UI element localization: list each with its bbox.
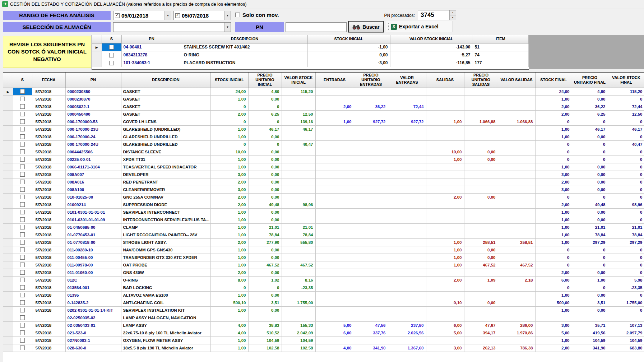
spin-up-button[interactable]: ▲ bbox=[450, 10, 456, 15]
row-select-checkbox[interactable] bbox=[20, 323, 25, 328]
spin-down-button[interactable]: ▼ bbox=[450, 15, 456, 20]
row-select-checkbox[interactable] bbox=[109, 45, 114, 50]
row-select-checkbox[interactable] bbox=[20, 119, 25, 124]
pn-input[interactable] bbox=[286, 22, 347, 32]
column-header[interactable]: SALIDAS bbox=[426, 73, 464, 88]
date-to-checkbox[interactable] bbox=[175, 13, 180, 18]
cell-pn: 000-170000-24 bbox=[65, 133, 121, 140]
cell-valor-entradas bbox=[388, 125, 426, 133]
column-header[interactable]: ENTRADAS bbox=[315, 73, 354, 88]
row-select-checkbox[interactable] bbox=[20, 202, 25, 207]
cell-precio-unitario-salidas: 394,17 bbox=[464, 329, 498, 337]
row-select-checkbox[interactable] bbox=[20, 187, 25, 192]
row-select-checkbox[interactable] bbox=[20, 210, 25, 214]
date-to-picker[interactable]: 05/07/2018 ▼ bbox=[173, 11, 231, 20]
row-select-checkbox[interactable] bbox=[20, 172, 25, 177]
cell-pn: 0066-01171-3104 bbox=[65, 163, 121, 171]
column-header[interactable]: STOCK INICIAL bbox=[307, 35, 390, 43]
cell-precio-unitario-entradas: 36,22 bbox=[354, 103, 388, 110]
column-header[interactable]: S bbox=[13, 73, 32, 88]
column-header[interactable]: S bbox=[102, 35, 121, 43]
select-cell bbox=[13, 254, 32, 261]
toolbar-grip[interactable] bbox=[388, 23, 389, 30]
row-select-checkbox[interactable] bbox=[20, 247, 25, 252]
row-select-checkbox[interactable] bbox=[20, 149, 25, 154]
cell-stock-inicial: 10,00 bbox=[210, 148, 248, 156]
column-header[interactable]: VALOR SALIDAS bbox=[498, 73, 535, 88]
row-select-checkbox[interactable] bbox=[109, 61, 114, 65]
column-header[interactable]: ITEM bbox=[473, 35, 528, 43]
row-select-checkbox[interactable] bbox=[20, 112, 25, 116]
row-select-checkbox[interactable] bbox=[20, 217, 25, 222]
column-header[interactable]: DESCRIPCION bbox=[182, 35, 307, 43]
column-header[interactable]: FECHA bbox=[32, 73, 65, 88]
row-select-checkbox[interactable] bbox=[20, 308, 25, 312]
column-header[interactable]: VALOR STOCK FINAL bbox=[608, 73, 644, 88]
select-cell bbox=[13, 329, 32, 337]
row-select-checkbox[interactable] bbox=[20, 345, 25, 350]
column-header[interactable]: STOCK FINAL bbox=[535, 73, 572, 88]
row-select-checkbox[interactable] bbox=[20, 97, 25, 101]
cell-stock-inicial: 2,00 bbox=[210, 193, 248, 201]
cell-precio-unitario-entradas bbox=[354, 110, 388, 118]
column-header[interactable]: VALOR ENTRADAS bbox=[388, 73, 426, 88]
row-select-checkbox[interactable] bbox=[20, 315, 25, 320]
column-header[interactable]: PRECIO UNITARIO ENTRADAS bbox=[354, 73, 388, 88]
row-select-checkbox[interactable] bbox=[20, 142, 25, 147]
cell-pn: 02-0250035-02 bbox=[65, 314, 121, 321]
row-select-checkbox[interactable] bbox=[20, 225, 25, 229]
row-select-checkbox[interactable] bbox=[20, 157, 25, 162]
cell-descripcion: TRANSPONDER GTX 330 ATC XPDER bbox=[121, 254, 210, 261]
export-excel-button[interactable]: X Exportar a Excel bbox=[391, 24, 439, 30]
row-select-checkbox[interactable] bbox=[20, 180, 25, 184]
select-cell bbox=[13, 118, 32, 125]
warehouse-combobox[interactable]: ▼ bbox=[113, 22, 231, 32]
row-indicator bbox=[3, 269, 13, 276]
column-header[interactable]: PRECIO UNITARIO FINAL bbox=[572, 73, 608, 88]
chevron-down-icon[interactable]: ▼ bbox=[224, 23, 231, 32]
row-select-checkbox[interactable] bbox=[20, 195, 25, 199]
column-header[interactable]: STOCK INICIAL bbox=[210, 73, 248, 88]
row-select-checkbox[interactable] bbox=[20, 240, 25, 245]
row-select-checkbox[interactable] bbox=[20, 232, 25, 237]
column-header[interactable]: PRECIO UNITARIO INICIAL bbox=[248, 73, 282, 88]
column-header[interactable]: PN bbox=[65, 73, 121, 88]
row-select-checkbox[interactable] bbox=[20, 278, 25, 282]
row-select-checkbox[interactable] bbox=[20, 263, 25, 267]
row-select-checkbox[interactable] bbox=[20, 300, 25, 305]
row-select-checkbox[interactable] bbox=[20, 255, 25, 260]
row-select-checkbox[interactable] bbox=[20, 330, 25, 335]
pn-procesados-spinner[interactable]: 3745 ▲ ▼ bbox=[418, 10, 456, 20]
row-select-checkbox[interactable] bbox=[20, 270, 25, 275]
date-from-checkbox[interactable] bbox=[115, 13, 120, 18]
column-header[interactable]: PN bbox=[121, 35, 182, 43]
row-select-checkbox[interactable] bbox=[20, 164, 25, 169]
cell-valor-stock-inicial bbox=[282, 291, 315, 299]
row-select-checkbox[interactable] bbox=[20, 338, 25, 343]
cell-valor-salidas bbox=[498, 178, 535, 186]
date-from-picker[interactable]: 05/01/2018 ▼ bbox=[113, 11, 171, 20]
table-row: ▶04-00401STAINLESS SCREW KIT 401/402-1,0… bbox=[92, 43, 528, 51]
chevron-down-icon[interactable]: ▼ bbox=[165, 11, 171, 20]
row-select-checkbox[interactable] bbox=[109, 53, 114, 57]
column-header[interactable]: VALOR STOCK INICIAL bbox=[282, 73, 315, 88]
cell-precio-unitario-entradas bbox=[354, 261, 388, 269]
row-select-checkbox[interactable] bbox=[20, 104, 25, 109]
row-select-checkbox[interactable] bbox=[20, 293, 25, 297]
cell-descripcion: STROBE LIGHT ASSY. bbox=[121, 238, 210, 246]
cell-stock-final: 1,00 bbox=[535, 238, 572, 246]
row-select-checkbox[interactable] bbox=[20, 285, 25, 290]
chevron-down-icon[interactable]: ▼ bbox=[224, 11, 231, 20]
row-select-checkbox[interactable] bbox=[20, 134, 25, 139]
solo-con-mov-checkbox[interactable] bbox=[235, 13, 240, 17]
cell-stock-inicial: 1,00 bbox=[210, 306, 248, 314]
row-select-checkbox[interactable] bbox=[20, 127, 25, 131]
solo-con-mov-control[interactable]: Solo con mov. bbox=[235, 12, 279, 18]
column-header[interactable]: PRECIO UNITARIO SALIDAS bbox=[464, 73, 498, 88]
column-header[interactable]: VALOR STOCK INICIAL bbox=[390, 35, 473, 43]
row-select-checkbox[interactable] bbox=[20, 89, 25, 94]
cell-salidas: 6,00 bbox=[426, 321, 464, 329]
airplane-icon: ✈ bbox=[2, 1, 8, 7]
buscar-button[interactable]: Buscar bbox=[348, 21, 384, 32]
column-header[interactable]: DESCRIPCION bbox=[121, 73, 210, 88]
